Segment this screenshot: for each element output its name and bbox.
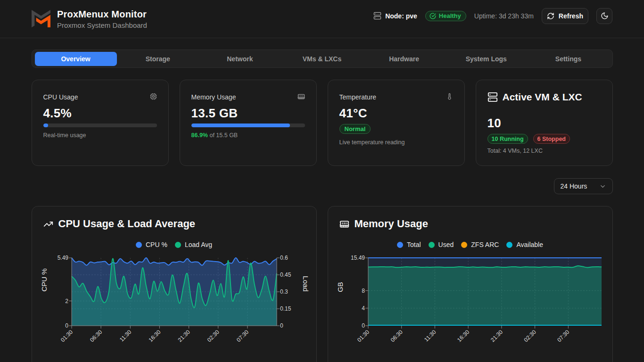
svg-text:11:30: 11:30	[118, 329, 132, 343]
svg-text:21:30: 21:30	[176, 329, 191, 343]
svg-text:01:30: 01:30	[59, 329, 74, 343]
svg-text:02:30: 02:30	[522, 329, 537, 343]
svg-text:06:30: 06:30	[89, 329, 103, 343]
svg-text:15.49: 15.49	[350, 255, 364, 261]
svg-text:5.49: 5.49	[57, 255, 68, 261]
svg-text:0.6: 0.6	[280, 255, 288, 261]
svg-text:01:30: 01:30	[355, 329, 370, 343]
svg-text:CPU %: CPU %	[40, 268, 48, 291]
svg-text:06:30: 06:30	[389, 329, 404, 343]
svg-text:16:30: 16:30	[456, 329, 471, 343]
svg-text:0.15: 0.15	[280, 305, 291, 312]
svg-text:0: 0	[362, 322, 365, 329]
svg-text:21:30: 21:30	[489, 329, 504, 343]
svg-text:0.3: 0.3	[280, 288, 288, 295]
svg-text:11:30: 11:30	[423, 329, 438, 343]
svg-text:07:30: 07:30	[235, 329, 249, 343]
svg-text:02:30: 02:30	[206, 329, 220, 343]
svg-text:8: 8	[362, 288, 365, 294]
svg-text:0: 0	[280, 322, 283, 329]
svg-text:0.45: 0.45	[280, 272, 291, 278]
svg-text:16:30: 16:30	[147, 329, 162, 343]
svg-text:GB: GB	[336, 282, 344, 292]
svg-text:Load: Load	[302, 276, 310, 291]
svg-text:2: 2	[65, 298, 68, 304]
svg-text:4: 4	[362, 305, 365, 312]
svg-text:0: 0	[65, 322, 68, 329]
svg-text:07:30: 07:30	[556, 329, 570, 343]
